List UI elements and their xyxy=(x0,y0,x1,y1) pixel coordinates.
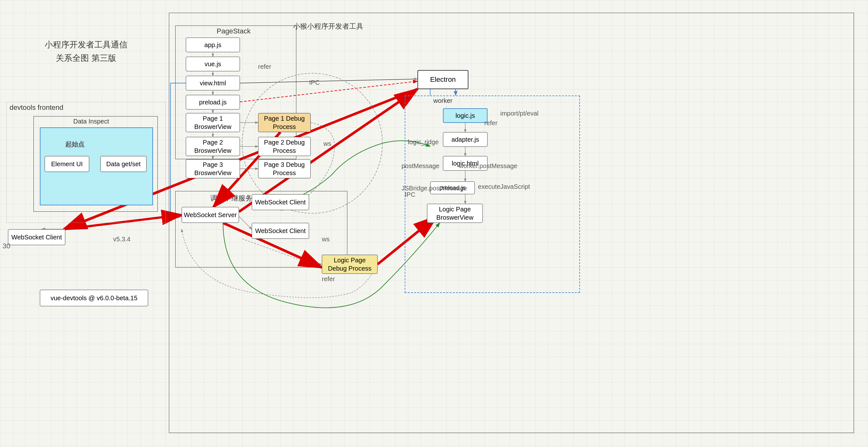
ws-mid-label: ws xyxy=(323,140,331,147)
websocket-client1-box: WebSocket Client xyxy=(252,194,309,210)
logic-page-debug-box: Logic PageDebug Process xyxy=(322,255,378,274)
refer-bot-label: refer xyxy=(322,275,335,283)
logic-js-box: logic.js xyxy=(443,108,488,123)
page3-browser-box: Page 3BroswerView xyxy=(186,159,240,178)
adapter-js-box: adapter.js xyxy=(443,132,488,147)
view-html-box: view.html xyxy=(186,76,240,91)
page2-debug-box: Page 2 DebugProcess xyxy=(258,137,311,156)
page1-debug-box: Page 1 DebugProcess xyxy=(258,113,311,132)
import-eval-label: import/pt/eval xyxy=(500,110,538,117)
version-label: v5.3.4 xyxy=(113,236,130,243)
worker-label: worker xyxy=(433,97,453,104)
logic-bridge-label: logic_ridge xyxy=(408,138,439,146)
preload-js-box: preload.js xyxy=(186,95,240,109)
websocket-server-box: WebSocket Server xyxy=(182,207,239,223)
refer-top-label: refer xyxy=(258,63,271,70)
ipc-top-label: IPC xyxy=(309,79,320,86)
page2-browser-box: Page 2BroswerView xyxy=(186,137,240,156)
websocket-client-left-box: WebSocket Client xyxy=(8,229,65,245)
execute-js-label: executeJavaScript xyxy=(478,183,530,191)
diagram-container: 小程序开发者工具通信关系全图 第三版 小猴小程序开发者工具 PageStack … xyxy=(0,0,868,447)
logic-page-browser-box: Logic PageBroswerView xyxy=(427,204,483,223)
page3-debug-box: Page 3 DebugProcess xyxy=(258,159,311,178)
ws-bot-label: ws xyxy=(322,236,330,243)
page1-browser-box: Page 1BroswerView xyxy=(186,113,240,132)
vue-devtools-box: vue-devtools @ v6.0.0-beta.15 xyxy=(40,290,148,306)
refer-right-label: refer xyxy=(484,119,497,127)
vue-js-box: vue.js xyxy=(186,57,240,71)
start-point-label: 起始点 xyxy=(65,140,85,149)
app-js-box: app.js xyxy=(186,38,240,52)
element-ui-box: Element UI xyxy=(44,156,89,172)
data-getset-box: Data get/set xyxy=(100,156,147,172)
electron-box: Electron xyxy=(417,70,468,89)
worker-post-message-label: worker.postMessage xyxy=(459,162,517,170)
thirty-label: 30 xyxy=(3,242,10,250)
ipc-right-label: IPC xyxy=(405,191,415,198)
main-title: 小程序开发者工具通信关系全图 第三版 xyxy=(41,38,131,65)
websocket-client2-box: WebSocket Client xyxy=(252,223,309,239)
post-message-label: postMessage xyxy=(402,162,439,170)
